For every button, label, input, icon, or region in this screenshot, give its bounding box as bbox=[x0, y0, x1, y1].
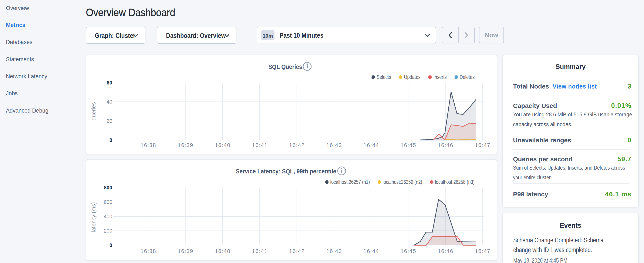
svg-text:16:44: 16:44 bbox=[363, 248, 379, 254]
svg-text:16:45: 16:45 bbox=[400, 142, 416, 148]
svg-text:400: 400 bbox=[104, 214, 112, 219]
svg-text:16:47: 16:47 bbox=[475, 142, 490, 148]
svg-text:800: 800 bbox=[104, 185, 112, 190]
svg-text:600: 600 bbox=[104, 199, 112, 205]
svg-text:16:46: 16:46 bbox=[438, 142, 453, 148]
svg-text:16:40: 16:40 bbox=[215, 142, 230, 148]
svg-text:16:42: 16:42 bbox=[289, 142, 304, 148]
svg-text:0: 0 bbox=[110, 242, 112, 248]
svg-text:16:41: 16:41 bbox=[252, 142, 267, 148]
svg-text:16:43: 16:43 bbox=[326, 248, 342, 254]
svg-text:16:45: 16:45 bbox=[400, 248, 416, 254]
svg-text:16:38: 16:38 bbox=[140, 142, 156, 148]
svg-text:16:39: 16:39 bbox=[178, 248, 193, 254]
svg-text:0: 0 bbox=[110, 137, 112, 143]
svg-text:16:41: 16:41 bbox=[252, 248, 267, 254]
svg-text:16:44: 16:44 bbox=[363, 142, 379, 148]
svg-text:latency (ms): latency (ms) bbox=[90, 202, 97, 232]
svg-text:200: 200 bbox=[104, 228, 112, 234]
svg-text:16:39: 16:39 bbox=[178, 142, 193, 148]
svg-text:16:47: 16:47 bbox=[475, 248, 490, 254]
svg-text:16:40: 16:40 bbox=[215, 248, 230, 254]
svg-text:16:38: 16:38 bbox=[140, 248, 156, 254]
svg-text:queries: queries bbox=[90, 102, 97, 120]
svg-text:20: 20 bbox=[106, 118, 112, 124]
svg-text:40: 40 bbox=[106, 99, 112, 105]
svg-text:16:46: 16:46 bbox=[438, 248, 453, 254]
svg-text:60: 60 bbox=[106, 80, 112, 86]
svg-text:16:43: 16:43 bbox=[326, 142, 342, 148]
svg-text:16:42: 16:42 bbox=[289, 248, 304, 254]
